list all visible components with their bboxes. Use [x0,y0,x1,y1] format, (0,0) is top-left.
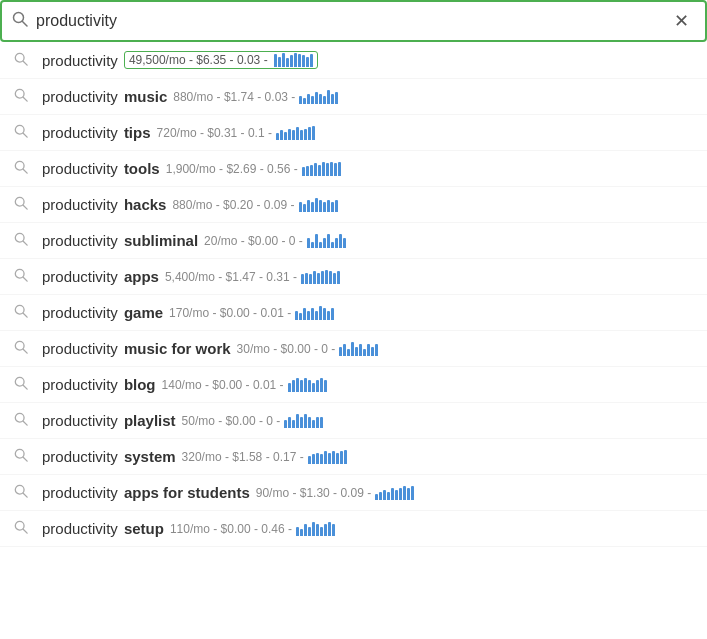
list-item[interactable]: productivitymusic880/mo - $1.74 - 0.03 - [0,79,707,115]
list-item[interactable]: productivitysubliminal20/mo - $0.00 - 0 … [0,223,707,259]
result-text: productivity49,500/mo - $6.35 - 0.03 - [42,51,318,69]
keyword-suffix: subliminal [124,232,198,249]
list-item[interactable]: productivitytips720/mo - $0.31 - 0.1 - [0,115,707,151]
search-bar-container: ✕ [0,0,707,42]
search-icon [14,268,28,285]
result-text: productivityapps for students90/mo - $1.… [42,484,414,501]
bar-chart [375,486,414,500]
bar-chart [276,126,315,140]
keyword-suffix: tools [124,160,160,177]
svg-line-5 [23,97,27,101]
search-icon [14,52,28,69]
search-input[interactable] [36,12,668,30]
search-icon [14,448,28,465]
svg-line-29 [23,529,27,533]
keyword-prefix: productivity [42,448,118,465]
result-text: productivitymusic for work30/mo - $0.00 … [42,340,378,357]
keyword-prefix: productivity [42,304,118,321]
search-icon [14,88,28,105]
keyword-prefix: productivity [42,124,118,141]
svg-line-11 [23,205,27,209]
meta-info: 880/mo - $1.74 - 0.03 - [173,90,338,104]
bar-chart [296,522,335,536]
list-item[interactable]: productivitygame170/mo - $0.00 - 0.01 - [0,295,707,331]
meta-info: 320/mo - $1.58 - 0.17 - [182,450,347,464]
meta-info: 170/mo - $0.00 - 0.01 - [169,306,334,320]
search-icon [14,124,28,141]
bar-chart [274,53,313,67]
keyword-prefix: productivity [42,88,118,105]
svg-line-21 [23,385,27,389]
bar-chart [284,414,323,428]
close-button[interactable]: ✕ [668,8,695,34]
list-item[interactable]: productivityapps for students90/mo - $1.… [0,475,707,511]
keyword-suffix: setup [124,520,164,537]
search-icon [14,520,28,537]
list-item[interactable]: productivityhacks880/mo - $0.20 - 0.09 - [0,187,707,223]
meta-info: 880/mo - $0.20 - 0.09 - [172,198,337,212]
svg-line-7 [23,133,27,137]
meta-info: 49,500/mo - $6.35 - 0.03 - [124,51,318,69]
meta-info: 1,900/mo - $2.69 - 0.56 - [166,162,341,176]
svg-line-23 [23,421,27,425]
keyword-prefix: productivity [42,520,118,537]
list-item[interactable]: productivityblog140/mo - $0.00 - 0.01 - [0,367,707,403]
result-text: productivitytools1,900/mo - $2.69 - 0.56… [42,160,341,177]
bar-chart [339,342,378,356]
meta-info: 50/mo - $0.00 - 0 - [182,414,324,428]
bar-chart [307,234,346,248]
meta-info: 140/mo - $0.00 - 0.01 - [162,378,327,392]
svg-line-17 [23,313,27,317]
meta-info: 90/mo - $1.30 - 0.09 - [256,486,414,500]
list-item[interactable]: productivityplaylist50/mo - $0.00 - 0 - [0,403,707,439]
result-text: productivitysubliminal20/mo - $0.00 - 0 … [42,232,346,249]
svg-line-1 [23,22,28,27]
result-text: productivitygame170/mo - $0.00 - 0.01 - [42,304,334,321]
search-icon [14,412,28,429]
result-text: productivitymusic880/mo - $1.74 - 0.03 - [42,88,338,105]
meta-info: 20/mo - $0.00 - 0 - [204,234,346,248]
svg-line-25 [23,457,27,461]
list-item[interactable]: productivitytools1,900/mo - $2.69 - 0.56… [0,151,707,187]
bar-chart [301,270,340,284]
svg-line-15 [23,277,27,281]
keyword-suffix: hacks [124,196,167,213]
search-icon [14,160,28,177]
search-icon [14,232,28,249]
meta-info: 720/mo - $0.31 - 0.1 - [157,126,315,140]
search-icon [12,11,28,31]
search-bar: ✕ [0,0,707,42]
keyword-suffix: game [124,304,163,321]
list-item[interactable]: productivityapps5,400/mo - $1.47 - 0.31 … [0,259,707,295]
meta-info: 5,400/mo - $1.47 - 0.31 - [165,270,340,284]
keyword-suffix: playlist [124,412,176,429]
keyword-suffix: apps for students [124,484,250,501]
list-item[interactable]: productivitysystem320/mo - $1.58 - 0.17 … [0,439,707,475]
keyword-suffix: music [124,88,167,105]
keyword-suffix: blog [124,376,156,393]
search-icon [14,376,28,393]
svg-line-9 [23,169,27,173]
keyword-suffix: music for work [124,340,231,357]
result-text: productivitytips720/mo - $0.31 - 0.1 - [42,124,315,141]
result-text: productivityplaylist50/mo - $0.00 - 0 - [42,412,323,429]
meta-info: 110/mo - $0.00 - 0.46 - [170,522,335,536]
result-text: productivityhacks880/mo - $0.20 - 0.09 - [42,196,338,213]
result-text: productivityblog140/mo - $0.00 - 0.01 - [42,376,327,393]
keyword-prefix: productivity [42,268,118,285]
results-list: productivity49,500/mo - $6.35 - 0.03 - p… [0,42,707,547]
keyword-prefix: productivity [42,52,118,69]
keyword-suffix: tips [124,124,151,141]
keyword-suffix: system [124,448,176,465]
bar-chart [302,162,341,176]
svg-line-19 [23,349,27,353]
keyword-prefix: productivity [42,232,118,249]
list-item[interactable]: productivitysetup110/mo - $0.00 - 0.46 - [0,511,707,547]
search-icon [14,340,28,357]
list-item[interactable]: productivity49,500/mo - $6.35 - 0.03 - [0,42,707,79]
list-item[interactable]: productivitymusic for work30/mo - $0.00 … [0,331,707,367]
result-text: productivitysystem320/mo - $1.58 - 0.17 … [42,448,347,465]
svg-line-3 [23,61,27,65]
bar-chart [288,378,327,392]
bar-chart [295,306,334,320]
